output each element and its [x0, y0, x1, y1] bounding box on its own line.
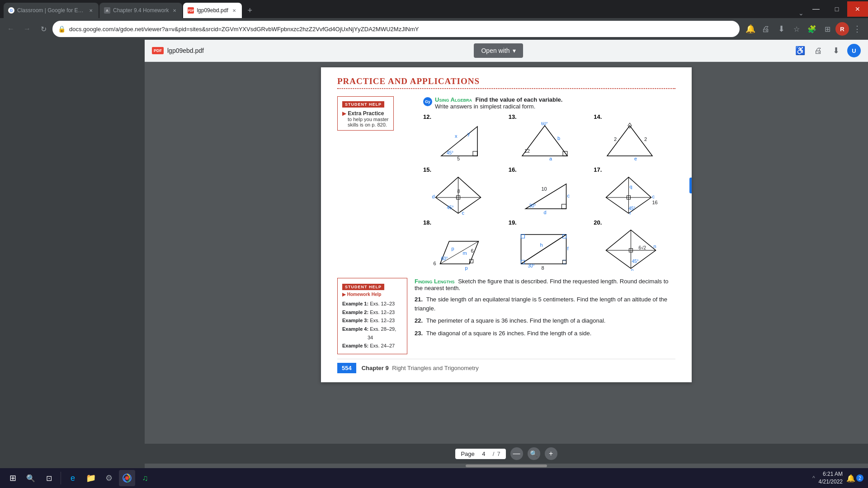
taskbar-spotify-icon[interactable]: ♫ — [137, 470, 153, 486]
chapter-page-badge: 554 — [337, 363, 356, 373]
problem-17-num: 17. — [594, 166, 675, 173]
show-hidden-icons[interactable]: ^ — [812, 475, 815, 481]
address-bar[interactable]: 🔒 docs.google.com/a/gdoe.net/viewer?a=v&… — [52, 21, 740, 37]
svg-text:8: 8 — [458, 188, 460, 194]
help-example-4b: 34 — [368, 333, 402, 342]
print-icon[interactable]: 🖨 — [759, 22, 773, 36]
using-algebra-instructions: Using Algebra Find the value of each var… — [435, 96, 562, 110]
problems-row-3: 18. — [423, 219, 675, 271]
svg-text:x: x — [455, 133, 458, 139]
problem-15: 15. — [423, 166, 505, 216]
scroll-thumb[interactable] — [466, 465, 547, 467]
taskbar-edge-icon[interactable]: e — [65, 470, 81, 486]
open-with-button[interactable]: Open with ▾ — [474, 43, 523, 58]
finding-lengths-header: Finding Lengths Sketch the figure that i… — [415, 278, 675, 291]
tab-chapter-label: Chapter 9.4 Homework — [113, 7, 169, 14]
minimize-button[interactable]: — — [806, 1, 826, 17]
problem-16-diagram: 10 c 30° d — [509, 175, 590, 216]
problem-12: 12. x y — [423, 113, 505, 163]
favicon-pdf: PDF — [188, 7, 194, 14]
problem-13: 13. 60° 12 — [509, 113, 590, 163]
svg-text:45°: 45° — [632, 259, 639, 264]
maximize-button[interactable]: □ — [826, 1, 847, 17]
tab-pdf-active[interactable]: PDF lgp09ebd.pdf ✕ — [183, 3, 241, 18]
side-panel-icon[interactable]: ⊞ — [820, 22, 835, 36]
tab-google-classroom[interactable]: G Classroom | Google for Educatio... ✕ — [4, 3, 99, 18]
main-area: PDF lgp09ebd.pdf Open with ▾ ♿ 🖨 ⬇ U Pra… — [0, 40, 868, 468]
menu-icon[interactable]: ⋮ — [850, 22, 864, 36]
tab-overflow-icon[interactable]: ⌄ — [798, 9, 804, 17]
tab-google-label: Classroom | Google for Educatio... — [17, 7, 85, 14]
svg-text:a: a — [549, 156, 552, 160]
chapter-footer: 554 Chapter 9 Right Triangles and Trigon… — [337, 359, 675, 373]
taskbar-time: 6:21 AM — [819, 470, 843, 478]
chapter-label-text: Chapter 9 — [362, 365, 389, 371]
svg-line-54 — [521, 235, 566, 264]
svg-text:30°: 30° — [529, 203, 536, 208]
help-example-4: Example 4: Exs. 28–29, — [342, 325, 402, 333]
svg-text:6: 6 — [434, 261, 436, 266]
homework-help-text: Homework Help — [347, 292, 382, 297]
word-problem-23: 23. The diagonal of a square is 26 inche… — [415, 329, 675, 338]
reload-button[interactable]: ↻ — [36, 22, 51, 36]
svg-text:5: 5 — [457, 156, 460, 160]
pdf-bottom-toolbar: Page / 7 — 🔍 + — [145, 444, 868, 464]
svg-text:p: p — [452, 246, 454, 251]
horizontal-scrollbar[interactable] — [145, 464, 868, 468]
chapter-sub-text: Right Triangles and Trigonometry — [392, 365, 478, 371]
forward-button[interactable]: → — [20, 22, 34, 36]
user-avatar-pdf[interactable]: U — [847, 44, 861, 57]
problem-13-diagram: 60° 12 b a — [509, 122, 590, 163]
notifications-icon[interactable]: 🔔 — [743, 22, 758, 36]
start-button[interactable]: ⊞ — [5, 470, 21, 486]
left-column: Student Help ▶ Extra Practice to help yo… — [337, 96, 423, 133]
download-icon[interactable]: ⬇ — [774, 22, 788, 36]
svg-rect-50 — [521, 235, 524, 238]
svg-text:n: n — [631, 267, 634, 271]
zoom-in-button[interactable]: + — [545, 447, 557, 460]
accessibility-icon[interactable]: ♿ — [793, 43, 807, 58]
pdf-file-info: PDF lgp09ebd.pdf — [152, 47, 204, 54]
zoom-out-button[interactable]: — — [510, 447, 523, 460]
taskbar-explorer-icon[interactable]: 📁 — [83, 470, 99, 486]
download-pdf-icon[interactable]: ⬇ — [829, 43, 844, 58]
tab-close-chapter[interactable]: ✕ — [171, 7, 178, 14]
new-tab-button[interactable]: + — [244, 4, 256, 17]
problem-20: 20. 6√2 — [594, 219, 675, 271]
taskbar-chrome-icon[interactable] — [119, 470, 135, 486]
word-problem-21: 21. The side length of an equilateral tr… — [415, 295, 675, 313]
search-button[interactable]: 🔍 — [23, 470, 39, 486]
page-number-input[interactable] — [477, 450, 490, 457]
page-controls: Page / 7 — [455, 449, 505, 459]
profile-avatar[interactable]: R — [835, 22, 849, 36]
browser-chrome: G Classroom | Google for Educatio... ✕ A… — [0, 0, 868, 40]
print-pdf-icon[interactable]: 🖨 — [811, 43, 826, 58]
back-button[interactable]: ← — [4, 22, 18, 36]
problem-12-num: 12. — [423, 113, 505, 120]
using-algebra-line1: Using Algebra Find the value of each var… — [435, 96, 562, 103]
problems-row-1: 12. x y — [423, 113, 675, 163]
notification-center[interactable]: 🔔 2 — [846, 474, 863, 483]
tab-close-pdf[interactable]: ✕ — [231, 7, 237, 14]
open-with-dropdown-icon: ▾ — [513, 47, 516, 54]
wp-23-text: The diagonal of a square is 26 inches. F… — [426, 330, 592, 337]
problem-17-diagram: q c 16 45° r — [594, 175, 675, 216]
using-algebra-label: Using Algebra — [435, 96, 472, 103]
taskbar-settings-icon[interactable]: ⚙ — [101, 470, 117, 486]
problem-12-diagram: x y 45° 5 — [423, 122, 505, 163]
problem-16: 16. 10 c — [509, 166, 590, 216]
tab-close-google[interactable]: ✕ — [88, 7, 94, 14]
pdf-scroll-area[interactable]: Practice and Applications Student Help ▶… — [145, 62, 868, 444]
finding-lengths-label: Finding Lengths — [415, 278, 455, 285]
page-separator: / — [493, 450, 495, 457]
bookmark-icon[interactable]: ☆ — [789, 22, 804, 36]
taskbar: ⊞ 🔍 ⊡ e 📁 ⚙ ♫ ^ 6:21 AM 4/21/2022 🔔 2 — [0, 468, 868, 488]
zoom-fit-icon[interactable]: 🔍 — [528, 447, 540, 460]
tab-chapter-homework[interactable]: A Chapter 9.4 Homework ✕ — [99, 3, 182, 18]
task-view-button[interactable]: ⊡ — [41, 470, 57, 486]
close-button[interactable]: ✕ — [847, 1, 868, 17]
extensions-icon[interactable]: 🧩 — [805, 22, 819, 36]
problem-19-diagram: h f 30° 8 — [509, 228, 590, 271]
help-examples-list: Example 1: Exs. 12–23 Example 2: Exs. 12… — [342, 300, 402, 350]
svg-rect-1 — [473, 151, 477, 156]
